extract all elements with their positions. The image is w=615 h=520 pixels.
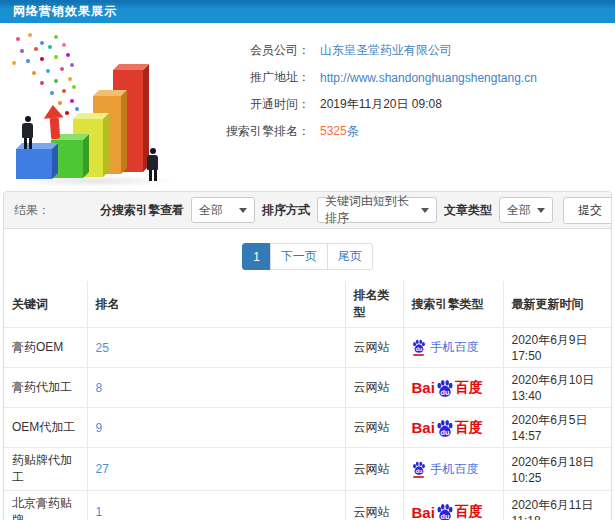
info-row-open-time: 开通时间： 2019年11月20日 09:08 xyxy=(194,91,537,118)
baidu-logo-cn-text: 百度 xyxy=(455,419,483,437)
baidu-logo: Bai du 百度 xyxy=(412,503,483,520)
rank-column-header: 排名 xyxy=(87,281,345,328)
open-time-label: 开通时间： xyxy=(194,96,310,113)
mobile-baidu-logo: du 手机百度 xyxy=(412,339,479,356)
engine-select[interactable]: 全部 xyxy=(191,197,255,223)
chevron-down-icon xyxy=(537,208,545,213)
rank-cell[interactable]: 1 xyxy=(87,491,345,520)
info-row-url: 推广地址： http://www.shandonghuangshengtang.… xyxy=(194,64,537,91)
keyword-cell: 膏药OEM xyxy=(4,328,87,368)
rank-cell[interactable]: 8 xyxy=(87,368,345,408)
chevron-down-icon xyxy=(421,208,429,213)
businessman-figure-left xyxy=(22,116,33,149)
table-row: OEM代加工 9 云网站 Bai du 百度 2020年6月5日 14:57 xyxy=(4,408,613,448)
keyword-cell: 膏药代加工 xyxy=(4,368,87,408)
sort-filter-label: 排序方式 xyxy=(262,202,310,219)
ranking-count-value: 5325条 xyxy=(320,123,359,140)
baidu-logo-bai-text: Bai xyxy=(412,419,435,436)
updated-cell: 2020年6月10日 13:40 xyxy=(503,368,613,408)
rank-cell[interactable]: 25 xyxy=(87,328,345,368)
svg-text:du: du xyxy=(440,387,449,396)
baidu-logo-cn-text: 百度 xyxy=(455,379,483,397)
article-type-label: 文章类型 xyxy=(444,202,492,219)
mobile-baidu-label: 手机百度 xyxy=(431,461,479,478)
ranking-count-number: 5325 xyxy=(320,124,347,138)
mobile-baidu-icon: du xyxy=(412,339,426,356)
keyword-cell: 北京膏药贴牌 xyxy=(4,491,87,520)
results-panel: 结果： 分搜索引擎查看 全部 排序方式 关键词由短到长排序 文章类型 全部 提交… xyxy=(3,191,612,520)
table-header-row: 关键词 排名 排名类型 搜索引擎类型 最新更新时间 xyxy=(4,281,613,328)
table-row: 膏药OEM 25 云网站 du 手机百度 2020年6月9日 17:50 xyxy=(4,328,613,368)
businessman-figure-right xyxy=(147,148,158,181)
baidu-paw-icon: du xyxy=(436,503,454,520)
article-type-select[interactable]: 全部 xyxy=(499,197,553,223)
baidu-paw-icon: du xyxy=(436,419,454,437)
engine-cell: Bai du 百度 xyxy=(403,368,503,408)
engine-select-value: 全部 xyxy=(199,202,223,219)
rank-type-cell: 云网站 xyxy=(345,491,403,520)
baidu-logo: Bai du 百度 xyxy=(412,379,483,397)
baidu-logo-bai-text: Bai xyxy=(412,504,435,520)
confetti-decoration xyxy=(10,33,14,37)
last-page-button[interactable]: 尾页 xyxy=(327,243,373,270)
engine-cell: du 手机百度 xyxy=(403,448,503,491)
page-button-current[interactable]: 1 xyxy=(242,243,271,270)
baidu-logo-cn-text: 百度 xyxy=(455,503,483,520)
rank-type-column-header: 排名类型 xyxy=(345,281,403,328)
baidu-paw-icon: du xyxy=(412,339,426,353)
chevron-down-icon xyxy=(239,208,247,213)
ranking-count-unit: 条 xyxy=(347,124,359,138)
filter-bar: 结果： 分搜索引擎查看 全部 排序方式 关键词由短到长排序 文章类型 全部 提交 xyxy=(4,192,611,229)
svg-text:du: du xyxy=(440,512,449,520)
engine-cell: du 手机百度 xyxy=(403,328,503,368)
rank-type-cell: 云网站 xyxy=(345,448,403,491)
baidu-logo-bai-text: Bai xyxy=(412,379,435,396)
engine-cell: Bai du 百度 xyxy=(403,408,503,448)
baidu-logo: Bai du 百度 xyxy=(412,419,483,437)
engine-filter-label: 分搜索引擎查看 xyxy=(100,202,184,219)
info-section: 会员公司： 山东皇圣堂药业有限公司 推广地址： http://www.shand… xyxy=(0,23,615,191)
updated-cell: 2020年6月11日 11:18 xyxy=(503,491,613,520)
keyword-column-header: 关键词 xyxy=(4,281,87,328)
sort-select-value: 关键词由短到长排序 xyxy=(325,193,416,227)
next-page-button[interactable]: 下一页 xyxy=(270,243,328,270)
results-label: 结果： xyxy=(14,202,50,219)
company-link[interactable]: 山东皇圣堂药业有限公司 xyxy=(320,42,452,59)
rank-cell[interactable]: 9 xyxy=(87,408,345,448)
results-table-body: 膏药OEM 25 云网站 du 手机百度 2020年6月9日 17:50 膏药代… xyxy=(4,328,613,520)
submit-button[interactable]: 提交 xyxy=(563,197,611,224)
baidu-paw-icon: du xyxy=(436,379,454,397)
svg-text:du: du xyxy=(415,468,422,474)
promo-url-label: 推广地址： xyxy=(194,69,310,86)
keyword-cell: 药贴牌代加工 xyxy=(4,448,87,491)
updated-cell: 2020年6月5日 14:57 xyxy=(503,408,613,448)
baidu-paw-icon: du xyxy=(436,379,454,397)
mobile-baidu-icon: du xyxy=(412,461,426,478)
bar-chart-bar-blue xyxy=(16,149,52,179)
rank-cell[interactable]: 27 xyxy=(87,448,345,491)
bar-chart-illustration xyxy=(6,31,194,187)
mobile-baidu-label: 手机百度 xyxy=(431,339,479,356)
pagination: 1 下一页 尾页 xyxy=(4,243,611,270)
baidu-paw-icon: du xyxy=(436,503,454,520)
table-row: 北京膏药贴牌 1 云网站 Bai du 百度 2020年6月11日 11:18 xyxy=(4,491,613,520)
promo-url-link[interactable]: http://www.shandonghuangshengtang.cn xyxy=(320,71,537,85)
engine-type-column-header: 搜索引擎类型 xyxy=(403,281,503,328)
baidu-paw-icon: du xyxy=(436,419,454,437)
results-table: 关键词 排名 排名类型 搜索引擎类型 最新更新时间 膏药OEM 25 云网站 d… xyxy=(4,281,613,520)
open-time-value: 2019年11月20日 09:08 xyxy=(320,96,442,113)
table-row: 药贴牌代加工 27 云网站 du 手机百度 2020年6月18日 10:25 xyxy=(4,448,613,491)
member-info-list: 会员公司： 山东皇圣堂药业有限公司 推广地址： http://www.shand… xyxy=(194,31,537,191)
keyword-cell: OEM代加工 xyxy=(4,408,87,448)
sort-select[interactable]: 关键词由短到长排序 xyxy=(317,197,437,223)
info-row-ranking-count: 搜索引擎排名： 5325条 xyxy=(194,118,537,145)
company-label: 会员公司： xyxy=(194,42,310,59)
info-row-company: 会员公司： 山东皇圣堂药业有限公司 xyxy=(194,37,537,64)
updated-cell: 2020年6月9日 17:50 xyxy=(503,328,613,368)
table-row: 膏药代加工 8 云网站 Bai du 百度 2020年6月10日 13:40 xyxy=(4,368,613,408)
svg-text:du: du xyxy=(415,346,422,352)
updated-cell: 2020年6月18日 10:25 xyxy=(503,448,613,491)
page-header: 网络营销效果展示 xyxy=(0,0,615,23)
rank-type-cell: 云网站 xyxy=(345,408,403,448)
filter-controls: 分搜索引擎查看 全部 排序方式 关键词由短到长排序 文章类型 全部 提交 xyxy=(93,197,601,224)
